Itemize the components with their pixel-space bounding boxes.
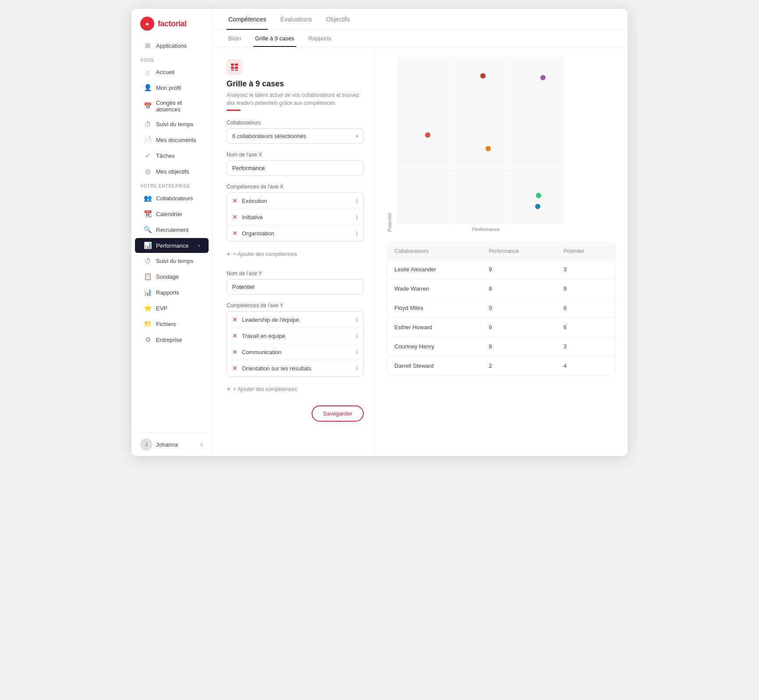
- sidebar-section-vous: Vous: [131, 53, 212, 64]
- subtab-bilan[interactable]: Bilan: [227, 30, 243, 47]
- remove-x-1-icon[interactable]: ✕: [232, 213, 238, 220]
- sidebar-item-label: Mes objectifs: [156, 168, 189, 175]
- collaborators-table: Collaborateurs Performance Potentiel Les…: [387, 242, 615, 376]
- sidebar-item-fichiers[interactable]: 📁 Fichiers: [135, 316, 209, 331]
- clock-icon: ⏱: [144, 121, 152, 128]
- sidebar-item-label: Applications: [156, 43, 187, 49]
- comp-y-item-0: ✕ Leadership de l'équipe ℹ: [227, 312, 363, 328]
- sidebar-item-label: Suivi du temps: [156, 121, 193, 128]
- collab-perf-1: 8: [482, 279, 557, 298]
- calendar-icon: 📅: [144, 102, 152, 110]
- sidebar-item-label: Tâches: [156, 153, 175, 159]
- remove-y-2-icon[interactable]: ✕: [232, 348, 238, 355]
- app-wrapper: ● factorial ⊞ Applications Vous ⌂ Accuei…: [131, 9, 628, 456]
- comp-x-item-0: ✕ Exécution ℹ: [227, 193, 363, 209]
- sub-tabs: Bilan Grille à 9 cases Rapports: [213, 30, 628, 47]
- svg-rect-2: [231, 67, 234, 69]
- sidebar-item-collaborateurs[interactable]: 👥 Collaborateurs: [135, 191, 209, 206]
- sidebar-section-entreprise: Votre Entreprise: [131, 179, 212, 190]
- sidebar-item-rapports[interactable]: 📊 Rapports: [135, 285, 209, 300]
- save-button[interactable]: Savegarder: [312, 405, 364, 422]
- grid-cell-2-0: [397, 169, 452, 224]
- axe-x-input[interactable]: [227, 160, 364, 176]
- collab-pot-3: 6: [557, 318, 615, 337]
- remove-y-0-icon[interactable]: ✕: [232, 316, 238, 323]
- sidebar-item-label: Fichiers: [156, 321, 176, 327]
- sidebar-item-accueil[interactable]: ⌂ Accueil: [135, 65, 209, 79]
- tab-objectifs[interactable]: Objectifs: [324, 9, 351, 30]
- sidebar-item-mon-profil[interactable]: 👤 Mon profil: [135, 80, 209, 95]
- collab-pot-0: 3: [557, 260, 615, 279]
- sidebar-item-suivi-temps[interactable]: ⏱ Suivi du temps: [135, 117, 209, 131]
- sidebar-item-objectifs[interactable]: ◎ Mes objectifs: [135, 164, 209, 179]
- report-icon: 📊: [144, 288, 152, 296]
- grid-icon: ⊞: [144, 42, 152, 50]
- right-panel: Potentiel: [375, 47, 628, 456]
- collaborateurs-select[interactable]: 6 collaborateurs sélectionnés: [227, 128, 364, 144]
- chevron-right-icon: ›: [198, 243, 200, 248]
- chevron-down-icon: ∨: [200, 442, 203, 448]
- sidebar-user[interactable]: J Johanna ∨: [131, 433, 212, 456]
- sidebar-item-taches[interactable]: ✓ Tâches: [135, 148, 209, 163]
- info-y-1-icon[interactable]: ℹ: [356, 333, 358, 339]
- sidebar-item-suivi-temps2[interactable]: ⏱ Suivi du temps: [135, 254, 209, 268]
- grid-cell-1-2: [509, 114, 564, 168]
- comp-x-item-2: ✕ Organisation ℹ: [227, 225, 363, 241]
- info-y-0-icon[interactable]: ℹ: [356, 316, 358, 323]
- remove-y-3-icon[interactable]: ✕: [232, 365, 238, 372]
- gear-icon: ⚙: [144, 336, 152, 344]
- tab-competences[interactable]: Compétences: [227, 9, 268, 30]
- info-y-3-icon[interactable]: ℹ: [356, 365, 358, 372]
- remove-x-0-icon[interactable]: ✕: [232, 197, 238, 204]
- collaborateurs-label: Collaborateurs: [227, 120, 364, 126]
- comp-x-label: Compétences de l'axe X: [227, 184, 364, 190]
- dot-wade: [540, 75, 546, 80]
- dot-esther: [486, 146, 491, 151]
- remove-x-2-icon[interactable]: ✕: [232, 230, 238, 237]
- sidebar-item-applications[interactable]: ⊞ Applications: [135, 38, 209, 53]
- table-row: Floyd Miles 5 8: [387, 298, 615, 318]
- nine-box-grid: [397, 57, 564, 224]
- tab-evaluations[interactable]: Évaluations: [278, 9, 313, 30]
- add-comp-x-button[interactable]: + + Ajouter des compétences: [227, 247, 364, 262]
- nine-box-container: Potentiel: [387, 57, 615, 232]
- sidebar-item-label: Accueil: [156, 69, 174, 75]
- info-x-0-icon[interactable]: ℹ: [356, 198, 358, 204]
- add-comp-y-button[interactable]: + + Ajouter des compétences: [227, 382, 364, 397]
- info-x-2-icon[interactable]: ℹ: [356, 230, 358, 237]
- star-icon: ⭐: [144, 304, 152, 312]
- collab-perf-4: 8: [482, 337, 557, 356]
- sidebar-item-entreprise[interactable]: ⚙ Entreprise: [135, 332, 209, 347]
- sidebar-item-performance[interactable]: 📊 Performance ›: [135, 238, 209, 253]
- comp-x-name-2: Organisation: [242, 230, 274, 237]
- sidebar-item-recrutement[interactable]: 🔍 Recrutement: [135, 222, 209, 237]
- subtab-grille[interactable]: Grille à 9 cases: [253, 30, 296, 47]
- top-tabs: Compétences Évaluations Objectifs: [213, 9, 628, 30]
- subtab-rapports[interactable]: Rapports: [307, 30, 333, 47]
- comp-y-item-1: ✕ Travail en équipe ℹ: [227, 328, 363, 344]
- sidebar-item-conges[interactable]: 📅 Congés et absences: [135, 96, 209, 116]
- axe-y-input[interactable]: [227, 279, 364, 295]
- table-row: Wade Warren 8 9: [387, 279, 615, 298]
- body-area: Grille à 9 cases Analysez le talent actu…: [213, 47, 628, 456]
- x-axis-label-row: Performance: [462, 227, 500, 232]
- sidebar-item-label: Collaborateurs: [156, 195, 193, 202]
- info-y-2-icon[interactable]: ℹ: [356, 349, 358, 355]
- comp-y-name-2: Communication: [242, 349, 281, 355]
- competences-x-box: ✕ Exécution ℹ ✕ Initiative ℹ ✕ Organisat…: [227, 192, 364, 242]
- competences-y-box: ✕ Leadership de l'équipe ℹ ✕ Travail en …: [227, 311, 364, 377]
- sidebar-item-calendrier[interactable]: 📆 Calendrier: [135, 206, 209, 221]
- sidebar-item-evp[interactable]: ⭐ EVP: [135, 301, 209, 316]
- sidebar-item-label: Sondage: [156, 274, 179, 280]
- svg-rect-4: [231, 70, 234, 71]
- sidebar-item-sondage[interactable]: 📋 Sondage: [135, 269, 209, 284]
- comp-y-item-3: ✕ Orientation sur les résultats ℹ: [227, 360, 363, 376]
- sidebar-item-documents[interactable]: 📄 Mes documents: [135, 132, 209, 147]
- panel-header-icon: [227, 59, 242, 75]
- document-icon: 📄: [144, 136, 152, 144]
- remove-y-1-icon[interactable]: ✕: [232, 332, 238, 339]
- info-x-1-icon[interactable]: ℹ: [356, 214, 358, 220]
- clock2-icon: ⏱: [144, 257, 152, 265]
- collaborateurs-select-wrapper: 6 collaborateurs sélectionnés ▾: [227, 128, 364, 144]
- comp-x-item-1: ✕ Initiative ℹ: [227, 209, 363, 225]
